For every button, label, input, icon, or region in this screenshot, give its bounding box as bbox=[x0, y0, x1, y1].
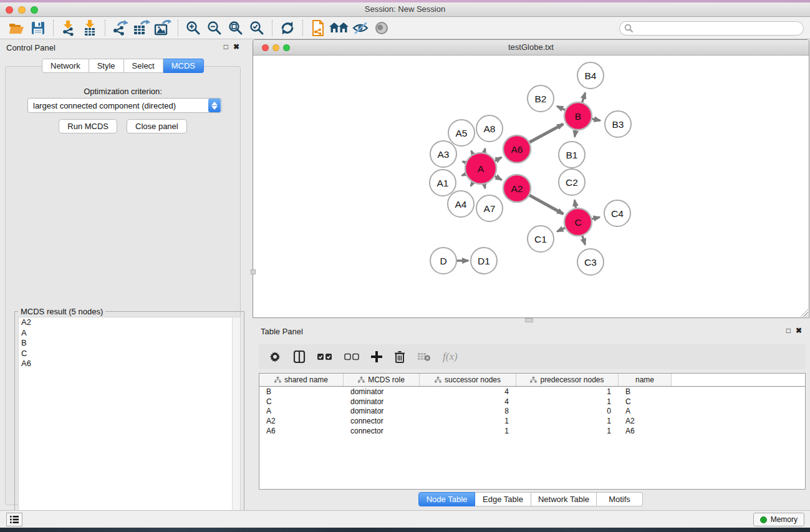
traffic-lights bbox=[6, 6, 38, 14]
import-network-icon[interactable] bbox=[58, 19, 79, 37]
search-icon bbox=[624, 24, 633, 32]
delete-column-icon[interactable] bbox=[394, 351, 405, 363]
export-network-icon[interactable] bbox=[110, 19, 131, 37]
eye-icon[interactable] bbox=[371, 19, 392, 37]
result-item: B bbox=[19, 338, 240, 349]
column-header-shared-name[interactable]: shared name bbox=[259, 374, 344, 386]
network-window-titlebar[interactable]: testGlobe.txt bbox=[253, 40, 809, 56]
float-panel-icon[interactable]: □ bbox=[224, 42, 228, 51]
network-canvas[interactable]: B4B2BB3A8A5A6A3B1AA1C2A2A4A7C4CC1C3DD1 bbox=[253, 56, 809, 317]
result-item: A6 bbox=[19, 359, 240, 369]
column-header-name[interactable]: name bbox=[619, 374, 672, 386]
toolbar-separator bbox=[53, 20, 54, 36]
result-list-scrollbar[interactable] bbox=[232, 317, 240, 522]
memory-status-dot bbox=[760, 516, 767, 523]
cell-MCDS-role: connector bbox=[344, 427, 420, 435]
table-panel: Table Panel □ ✖ bbox=[253, 323, 810, 510]
search-input[interactable] bbox=[633, 24, 799, 32]
deselect-all-icon[interactable] bbox=[344, 353, 359, 360]
tab-motifs[interactable]: Motifs bbox=[597, 492, 643, 506]
result-item: C bbox=[19, 349, 240, 359]
node-label-C2: C2 bbox=[566, 177, 578, 188]
memory-button[interactable]: Memory bbox=[753, 513, 804, 526]
table-panel-tabs: Node TableEdge TableNetwork TableMotifs bbox=[418, 492, 643, 506]
cell-successor-nodes: 8 bbox=[420, 407, 516, 415]
eye-slash-icon[interactable] bbox=[350, 19, 371, 37]
close-panel-button[interactable]: Close panel bbox=[127, 119, 187, 133]
control-panel-title: Control Panel bbox=[6, 43, 55, 52]
save-session-icon[interactable] bbox=[27, 19, 49, 37]
dropdown-stepper-icon bbox=[208, 99, 221, 112]
column-header-predecessor-nodes[interactable]: predecessor nodes bbox=[516, 374, 619, 386]
table-row[interactable]: Cdominator41C bbox=[259, 397, 805, 407]
edge-A2-C[interactable] bbox=[528, 195, 564, 214]
cell-predecessor-nodes: 1 bbox=[516, 427, 619, 435]
toolbar-search-field[interactable] bbox=[619, 21, 804, 36]
cell-shared-name: C bbox=[259, 397, 344, 406]
tab-mcds[interactable]: MCDS bbox=[163, 59, 204, 73]
column-header-MCDS-role[interactable]: MCDS role bbox=[344, 374, 420, 386]
column-header-filler bbox=[672, 374, 805, 386]
zoom-in-icon[interactable] bbox=[183, 19, 204, 37]
horizontal-splitter-grip[interactable] bbox=[525, 318, 533, 322]
tab-network-table[interactable]: Network Table bbox=[531, 492, 597, 506]
node-label-A8: A8 bbox=[484, 123, 496, 134]
tab-network[interactable]: Network bbox=[42, 59, 89, 73]
tab-select[interactable]: Select bbox=[124, 59, 163, 73]
zoom-fit-icon[interactable] bbox=[225, 19, 246, 37]
network-minimize-button[interactable] bbox=[272, 44, 279, 51]
export-table-icon[interactable] bbox=[131, 19, 152, 37]
column-header-successor-nodes[interactable]: successor nodes bbox=[420, 374, 516, 386]
left-splitter-grip[interactable] bbox=[251, 269, 256, 274]
refresh-layout-icon[interactable] bbox=[277, 19, 298, 37]
columns-icon[interactable] bbox=[293, 351, 306, 363]
edge-A6-B[interactable] bbox=[528, 124, 564, 143]
close-window-button[interactable] bbox=[6, 6, 13, 14]
table-row[interactable]: A6connector11A6 bbox=[259, 426, 805, 436]
tab-edge-table[interactable]: Edge Table bbox=[475, 492, 531, 506]
mcds-result-list[interactable]: A2ABCA6 bbox=[18, 317, 241, 523]
optimization-criterion-dropdown[interactable]: largest connected component (directed) bbox=[27, 98, 222, 113]
table-row[interactable]: A2connector11A2 bbox=[259, 416, 805, 426]
document-network-icon[interactable] bbox=[307, 19, 329, 37]
tab-node-table[interactable]: Node Table bbox=[418, 492, 475, 506]
float-table-panel-icon[interactable]: □ bbox=[786, 326, 791, 335]
table-row[interactable]: Adominator80A bbox=[259, 407, 805, 417]
memory-label: Memory bbox=[771, 515, 798, 524]
table-row[interactable]: Bdominator41B bbox=[259, 387, 805, 397]
network-zoom-button[interactable] bbox=[283, 44, 290, 51]
optimization-criterion-label: Optimization criterion: bbox=[6, 87, 240, 96]
select-all-icon[interactable] bbox=[317, 353, 332, 360]
node-label-C3: C3 bbox=[584, 257, 597, 268]
table-toolbar: f(x) bbox=[259, 344, 806, 369]
close-table-panel-icon[interactable]: ✖ bbox=[796, 326, 802, 335]
control-panel-tabs: NetworkStyleSelectMCDS bbox=[42, 59, 204, 73]
close-panel-icon[interactable]: ✖ bbox=[233, 42, 239, 51]
cell-predecessor-nodes: 1 bbox=[516, 387, 619, 396]
cell-predecessor-nodes: 0 bbox=[516, 407, 619, 415]
network-close-button[interactable] bbox=[262, 44, 269, 51]
node-table[interactable]: shared nameMCDS rolesuccessor nodesprede… bbox=[259, 373, 806, 490]
network-view-window: testGlobe.txt B4B2BB3A8A5A6A3B1AA1C2A2A4… bbox=[253, 39, 809, 318]
cell-name: C bbox=[619, 397, 672, 406]
add-column-icon[interactable] bbox=[371, 351, 382, 362]
cell-MCDS-role: connector bbox=[344, 417, 420, 425]
table-body: Bdominator41BCdominator41CAdominator80AA… bbox=[259, 387, 805, 436]
minimize-window-button[interactable] bbox=[18, 6, 26, 14]
node-label-A4: A4 bbox=[455, 199, 467, 210]
tab-style[interactable]: Style bbox=[89, 59, 124, 73]
task-list-button[interactable] bbox=[6, 513, 22, 526]
zoom-selected-icon[interactable] bbox=[246, 19, 268, 37]
zoom-out-icon[interactable] bbox=[204, 19, 225, 37]
open-session-icon[interactable] bbox=[6, 19, 27, 37]
result-items-container: A2ABCA6 bbox=[19, 317, 240, 369]
node-label-A5: A5 bbox=[456, 128, 468, 138]
export-image-icon[interactable] bbox=[152, 19, 173, 37]
gear-icon[interactable] bbox=[269, 351, 281, 363]
import-table-icon[interactable] bbox=[79, 19, 100, 37]
zoom-window-button[interactable] bbox=[31, 6, 38, 14]
toolbar-separator bbox=[272, 20, 272, 36]
run-mcds-button[interactable]: Run MCDS bbox=[59, 119, 117, 133]
node-label-B: B bbox=[575, 111, 581, 122]
houses-icon[interactable] bbox=[329, 19, 350, 37]
